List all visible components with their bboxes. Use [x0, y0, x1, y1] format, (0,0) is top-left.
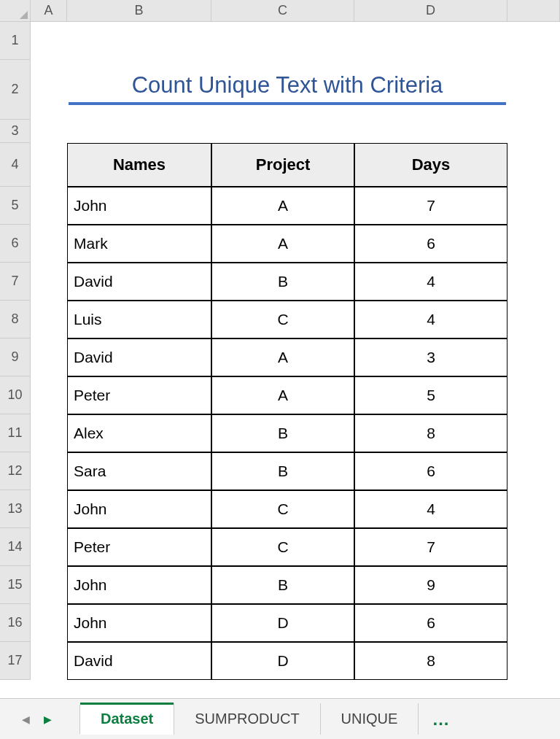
cell-days[interactable]: 8 [354, 642, 508, 680]
sheet-tabstrip: ◀ ▶ Dataset SUMPRODUCT UNIQUE … [0, 698, 560, 739]
cell-name[interactable]: John [67, 566, 211, 604]
cell-name[interactable]: Alex [67, 414, 211, 452]
col-header-D[interactable]: D [354, 0, 508, 22]
col-header-B[interactable]: B [67, 0, 211, 22]
cell-days[interactable]: 6 [354, 225, 508, 263]
cell-days[interactable]: 4 [354, 490, 508, 528]
row-header-6[interactable]: 6 [0, 225, 31, 263]
row-header-4[interactable]: 4 [0, 143, 31, 187]
cell-project[interactable]: C [211, 528, 354, 566]
row-header-5[interactable]: 5 [0, 187, 31, 225]
row-header-15[interactable]: 15 [0, 566, 31, 604]
tab-sumproduct[interactable]: SUMPRODUCT [174, 703, 320, 735]
col-header-A[interactable]: A [31, 0, 67, 22]
cell-days[interactable]: 7 [354, 528, 508, 566]
cell-days[interactable]: 8 [354, 414, 508, 452]
cell-project[interactable]: D [211, 604, 354, 642]
cell-name[interactable]: David [67, 263, 211, 301]
cell-days[interactable]: 7 [354, 187, 508, 225]
cell-name[interactable]: David [67, 642, 211, 680]
tab-nav-prev-icon[interactable]: ◀ [15, 708, 36, 730]
cell-project[interactable]: A [211, 338, 354, 376]
cell-project[interactable]: B [211, 566, 354, 604]
cell-project[interactable]: A [211, 376, 354, 414]
spreadsheet-grid: A B C D 1 2 3 4 5 6 7 8 9 10 11 12 13 14… [0, 0, 560, 695]
select-all-corner[interactable] [0, 0, 31, 22]
cell-name[interactable]: Luis [67, 301, 211, 338]
header-project[interactable]: Project [211, 143, 354, 187]
page-title[interactable]: Count Unique Text with Criteria [67, 60, 508, 120]
cell-name[interactable]: John [67, 604, 211, 642]
cell-days[interactable]: 3 [354, 338, 508, 376]
tab-spacer [58, 705, 80, 734]
header-names[interactable]: Names [67, 143, 211, 187]
row-header-13[interactable]: 13 [0, 490, 31, 528]
cell-days[interactable]: 6 [354, 604, 508, 642]
row-header-9[interactable]: 9 [0, 338, 31, 376]
cell-project[interactable]: C [211, 301, 354, 338]
cell-name[interactable]: Peter [67, 528, 211, 566]
cell-name[interactable]: David [67, 338, 211, 376]
cell-days[interactable]: 4 [354, 263, 508, 301]
cell-days[interactable]: 6 [354, 452, 508, 490]
row-header-7[interactable]: 7 [0, 263, 31, 301]
row-header-8[interactable]: 8 [0, 301, 31, 338]
row-header-17[interactable]: 17 [0, 642, 31, 680]
cell-days[interactable]: 5 [354, 376, 508, 414]
tab-nav-next-icon[interactable]: ▶ [36, 708, 58, 730]
cell-project[interactable]: A [211, 187, 354, 225]
cell-name[interactable]: Mark [67, 225, 211, 263]
cell-days[interactable]: 4 [354, 301, 508, 338]
row-header-1[interactable]: 1 [0, 22, 31, 60]
cell-name[interactable]: Peter [67, 376, 211, 414]
row-header-2[interactable]: 2 [0, 60, 31, 120]
cell-name[interactable]: John [67, 187, 211, 225]
tab-dataset[interactable]: Dataset [80, 703, 174, 735]
tab-unique[interactable]: UNIQUE [321, 703, 419, 735]
cell-name[interactable]: John [67, 490, 211, 528]
row-header-11[interactable]: 11 [0, 414, 31, 452]
cell-project[interactable]: D [211, 642, 354, 680]
cell-project[interactable]: C [211, 490, 354, 528]
cell-days[interactable]: 9 [354, 566, 508, 604]
cell-name[interactable]: Sara [67, 452, 211, 490]
row-header-10[interactable]: 10 [0, 376, 31, 414]
col-header-C[interactable]: C [211, 0, 354, 22]
cell-project[interactable]: B [211, 414, 354, 452]
row-header-3[interactable]: 3 [0, 120, 31, 143]
cell-project[interactable]: B [211, 452, 354, 490]
row-header-12[interactable]: 12 [0, 452, 31, 490]
header-days[interactable]: Days [354, 143, 508, 187]
tab-more-button[interactable]: … [419, 709, 462, 730]
row-header-16[interactable]: 16 [0, 604, 31, 642]
row-header-14[interactable]: 14 [0, 528, 31, 566]
title-text: Count Unique Text with Criteria [132, 72, 443, 98]
col-header-blank[interactable] [508, 0, 560, 22]
cell-project[interactable]: A [211, 225, 354, 263]
cell-project[interactable]: B [211, 263, 354, 301]
